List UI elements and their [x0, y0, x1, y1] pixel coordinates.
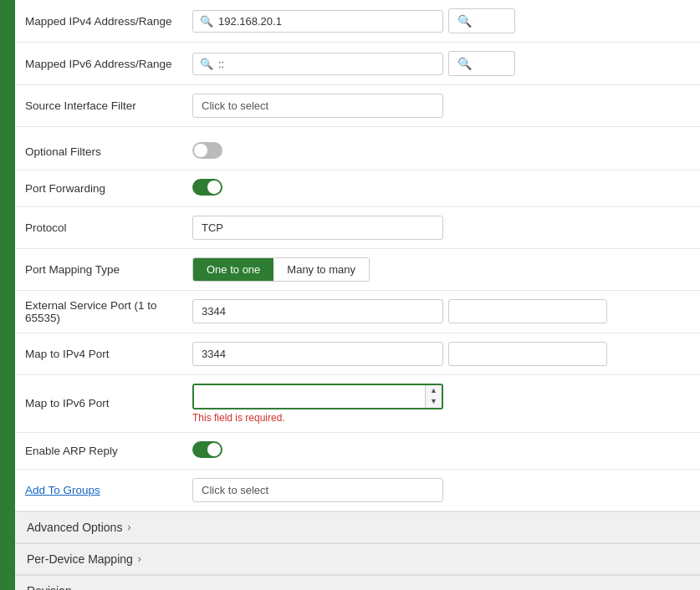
enable-arp-knob — [207, 443, 221, 456]
content-area: Mapped IPv4 Address/Range 🔍 🔍 — [15, 0, 700, 590]
external-port-inputs — [192, 299, 690, 323]
map-to-ipv4-input[interactable] — [192, 342, 443, 366]
add-to-groups-select[interactable]: Click to select — [192, 478, 443, 502]
mapped-ipv4-inputs: 🔍 🔍 — [192, 8, 690, 33]
port-forwarding-knob — [207, 181, 221, 194]
spacer-row — [15, 127, 700, 134]
optional-filters-knob — [194, 144, 207, 157]
per-device-mapping-chevron: › — [138, 553, 141, 565]
external-service-port-input-2[interactable] — [448, 299, 607, 323]
map-to-ipv4-row: Map to IPv4 Port — [15, 333, 700, 374]
page-wrapper: Mapped IPv4 Address/Range 🔍 🔍 — [0, 0, 700, 590]
spinbox-up-btn[interactable]: ▲ — [426, 385, 442, 397]
external-service-port-input[interactable] — [192, 299, 443, 323]
enable-arp-label: Enable ARP Reply — [25, 445, 118, 457]
spinbox-buttons: ▲ ▼ — [425, 385, 442, 408]
port-forwarding-label: Port Forwarding — [25, 182, 105, 195]
mapped-ipv6-inputs: 🔍 🔍 — [192, 51, 690, 76]
mapped-ipv6-input[interactable] — [218, 58, 436, 70]
map-to-ipv6-input[interactable] — [194, 385, 425, 408]
optional-filters-label: Optional Filters — [25, 145, 101, 158]
map-ipv4-inputs — [192, 342, 690, 366]
mapped-ipv4-row: Mapped IPv4 Address/Range 🔍 🔍 — [15, 0, 700, 43]
per-device-mapping-header[interactable]: Per-Device Mapping › — [15, 543, 700, 575]
port-mapping-type-label: Port Mapping Type — [25, 263, 120, 276]
enable-arp-toggle[interactable] — [192, 441, 222, 458]
mapped-ipv4-extra-search-icon: 🔍 — [457, 14, 472, 28]
ipv6-error-text: This field is required. — [192, 412, 690, 424]
external-service-port-row: External Service Port (1 to 65535) — [15, 290, 700, 333]
source-interface-row: Source Interface Filter Click to select — [15, 85, 700, 127]
mapped-ipv4-input[interactable] — [218, 15, 436, 28]
advanced-options-chevron: › — [127, 521, 130, 533]
add-to-groups-label[interactable]: Add To Groups — [25, 484, 100, 496]
map-to-ipv4-label: Map to IPv4 Port — [25, 348, 110, 360]
per-device-mapping-label: Per-Device Mapping — [27, 552, 133, 566]
source-interface-label: Source Interface Filter — [25, 99, 136, 112]
protocol-row: Protocol — [15, 206, 700, 248]
form-table: Mapped IPv4 Address/Range 🔍 🔍 — [15, 0, 700, 511]
revision-header: Revision — [15, 575, 700, 591]
port-forwarding-toggle[interactable] — [192, 179, 222, 196]
optional-filters-toggle[interactable] — [192, 142, 222, 159]
mapped-ipv4-extra-search[interactable]: 🔍 — [448, 8, 515, 33]
map-to-ipv4-input-2[interactable] — [448, 342, 607, 366]
source-interface-select[interactable]: Click to select — [192, 94, 443, 118]
mapped-ipv6-row: Mapped IPv6 Address/Range 🔍 🔍 — [15, 43, 700, 85]
port-forwarding-row: Port Forwarding — [15, 170, 700, 206]
sidebar-accent — [0, 0, 15, 590]
mapped-ipv6-extra-search-icon: 🔍 — [457, 57, 472, 70]
mapped-ipv6-label: Mapped IPv6 Address/Range — [25, 58, 172, 70]
add-to-groups-row: Add To Groups Click to select — [15, 469, 700, 511]
mapped-ipv6-extra-search[interactable]: 🔍 — [448, 51, 515, 76]
protocol-label: Protocol — [25, 221, 67, 234]
map-to-ipv6-label: Map to IPv6 Port — [25, 397, 110, 409]
mapped-ipv4-label: Mapped IPv4 Address/Range — [25, 15, 172, 28]
mapped-ipv6-search-icon: 🔍 — [200, 58, 213, 70]
map-to-ipv6-row: Map to IPv6 Port ▲ ▼ This field is requi… — [15, 374, 700, 432]
port-mapping-type-row: Port Mapping Type One to one Many to man… — [15, 248, 700, 290]
optional-filters-row: Optional Filters — [15, 134, 700, 170]
mapped-ipv6-search-wrapper[interactable]: 🔍 — [192, 53, 443, 75]
enable-arp-row: Enable ARP Reply — [15, 432, 700, 469]
advanced-options-label: Advanced Options — [27, 521, 122, 534]
external-service-port-label: External Service Port (1 to 65535) — [25, 299, 157, 324]
spinbox-down-btn[interactable]: ▼ — [426, 396, 442, 408]
port-mapping-one-to-one[interactable]: One to one — [193, 258, 273, 281]
mapped-ipv4-search-icon: 🔍 — [200, 15, 213, 28]
revision-label: Revision — [27, 584, 72, 591]
mapped-ipv4-search-wrapper[interactable]: 🔍 — [192, 10, 443, 33]
port-mapping-type-group: One to one Many to many — [192, 257, 370, 282]
protocol-input[interactable] — [192, 216, 443, 240]
port-mapping-many-to-many[interactable]: Many to many — [273, 258, 369, 281]
advanced-options-header[interactable]: Advanced Options › — [15, 511, 700, 543]
map-to-ipv6-spinbox[interactable]: ▲ ▼ — [192, 384, 443, 409]
